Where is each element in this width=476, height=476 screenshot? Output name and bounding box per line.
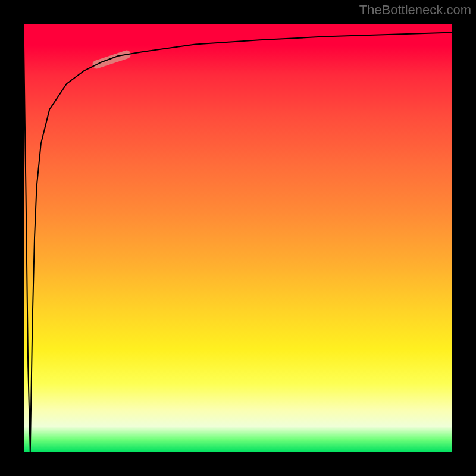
plot-area	[24, 24, 452, 452]
chart-svg	[24, 24, 452, 452]
watermark-text: TheBottleneck.com	[359, 2, 471, 18]
bottleneck-curve	[24, 32, 452, 452]
highlight-pill	[96, 55, 126, 65]
